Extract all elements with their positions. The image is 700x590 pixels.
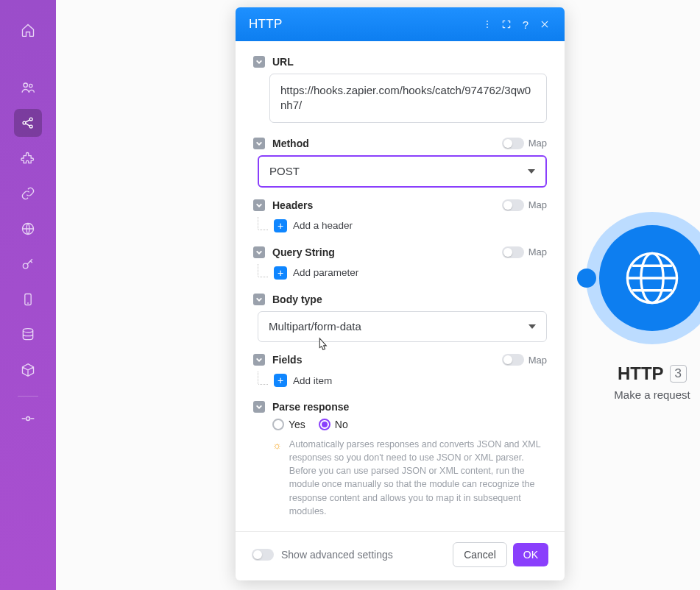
nav-cube[interactable]	[14, 356, 42, 384]
fields-map-toggle[interactable]: Map	[502, 354, 547, 366]
sidebar-divider	[18, 396, 38, 397]
headers-field: Headers Map + Add a header	[253, 199, 547, 235]
headers-label: Headers	[272, 199, 313, 211]
svg-point-2	[23, 121, 26, 124]
collapse-toggle[interactable]	[253, 246, 265, 258]
svg-point-8	[23, 329, 32, 333]
body-type-value: Multipart/form-data	[269, 319, 361, 334]
body-type-select[interactable]: Multipart/form-data	[258, 311, 547, 342]
canvas: HTTP ? URL	[56, 0, 700, 590]
parse-yes-radio[interactable]: Yes	[272, 419, 305, 430]
map-label: Map	[528, 355, 547, 366]
nav-commit[interactable]	[14, 411, 42, 426]
parse-hint: ☼ Automatically parses responses and con…	[272, 438, 547, 518]
panel-expand-button[interactable]	[497, 15, 516, 34]
users-icon	[21, 80, 35, 95]
query-label: Query String	[272, 246, 335, 258]
collapse-toggle[interactable]	[253, 199, 265, 211]
advanced-settings-toggle[interactable]: Show advanced settings	[252, 549, 393, 561]
panel-title: HTTP	[249, 17, 478, 32]
map-label: Map	[528, 246, 547, 257]
advanced-label: Show advanced settings	[281, 549, 393, 561]
query-map-toggle[interactable]: Map	[502, 246, 547, 258]
collapse-toggle[interactable]	[253, 401, 265, 413]
key-icon	[21, 257, 35, 271]
toggle-switch[interactable]	[502, 246, 524, 258]
module-title: HTTP	[618, 363, 664, 384]
url-input[interactable]	[269, 74, 547, 123]
add-parameter-row[interactable]: + Add parameter	[258, 264, 547, 282]
share-icon	[21, 115, 35, 130]
dots-icon	[482, 19, 492, 29]
collapse-toggle[interactable]	[253, 294, 265, 305]
add-parameter-label: Add parameter	[293, 267, 358, 278]
svg-point-12	[487, 26, 488, 28]
body-type-label: Body type	[272, 294, 322, 305]
map-label: Map	[528, 138, 547, 149]
toggle-switch[interactable]	[502, 138, 524, 149]
panel-footer: Show advanced settings Cancel OK	[236, 531, 565, 580]
svg-point-6	[23, 263, 28, 269]
globe-icon	[621, 247, 683, 309]
left-sidebar	[0, 0, 56, 590]
method-field: Method Map POST	[253, 138, 547, 188]
toggle-switch[interactable]	[502, 354, 524, 366]
panel-body: URL Method Map	[236, 41, 565, 531]
svg-point-0	[24, 83, 27, 87]
cube-icon	[21, 363, 35, 377]
fields-field: Fields Map + Add item	[253, 354, 547, 389]
cancel-button[interactable]: Cancel	[453, 542, 507, 567]
map-label: Map	[528, 199, 547, 210]
nav-links[interactable]	[14, 180, 42, 207]
tree-connector	[258, 372, 268, 385]
method-select[interactable]: POST	[258, 155, 547, 188]
svg-point-9	[26, 417, 30, 421]
nav-users[interactable]	[14, 74, 42, 102]
parse-response-field: Parse response Yes No ☼ Automatically pa…	[253, 401, 547, 518]
module-core	[599, 225, 700, 331]
nav-globe[interactable]	[14, 215, 42, 243]
link-icon	[21, 186, 35, 201]
add-header-row[interactable]: + Add a header	[258, 217, 547, 235]
url-label: URL	[272, 56, 294, 68]
mobile-icon	[21, 292, 35, 307]
ok-button[interactable]: OK	[513, 543, 548, 566]
nav-share[interactable]	[14, 109, 42, 137]
http-config-panel: HTTP ? URL	[236, 7, 565, 580]
collapse-toggle[interactable]	[253, 354, 265, 366]
add-item-row[interactable]: + Add item	[258, 372, 547, 389]
toggle-switch[interactable]	[502, 199, 524, 211]
puzzle-icon	[21, 151, 35, 166]
svg-point-1	[29, 84, 32, 87]
panel-header: HTTP ?	[236, 7, 565, 41]
svg-point-4	[29, 125, 32, 128]
collapse-toggle[interactable]	[253, 56, 265, 68]
close-icon	[540, 19, 550, 29]
nav-home[interactable]	[14, 16, 42, 44]
nav-database[interactable]	[14, 321, 42, 349]
input-port[interactable]	[577, 269, 596, 288]
nav-plugins[interactable]	[14, 144, 42, 172]
parse-no-radio[interactable]: No	[319, 419, 348, 430]
collapse-toggle[interactable]	[253, 138, 265, 149]
chevron-down-icon	[528, 169, 535, 174]
panel-menu-button[interactable]	[478, 15, 497, 34]
method-value: POST	[269, 164, 300, 179]
module-circle: 1	[579, 205, 700, 352]
nav-mobile[interactable]	[14, 285, 42, 313]
nav-keys[interactable]	[14, 250, 42, 278]
method-map-toggle[interactable]: Map	[502, 138, 547, 149]
parse-label: Parse response	[272, 401, 349, 413]
module-subtitle: Make a request	[571, 388, 700, 401]
headers-map-toggle[interactable]: Map	[502, 199, 547, 211]
panel-close-button[interactable]	[535, 15, 554, 34]
svg-point-10	[487, 21, 488, 22]
expand-icon	[501, 19, 512, 29]
svg-point-3	[29, 118, 32, 121]
toggle-switch[interactable]	[252, 549, 274, 561]
panel-help-button[interactable]: ?	[516, 15, 535, 34]
fields-label: Fields	[272, 354, 302, 366]
http-module-node[interactable]: 1 HTTP 3 Make a request	[571, 205, 700, 401]
tree-connector	[258, 217, 268, 230]
home-icon	[21, 23, 35, 38]
